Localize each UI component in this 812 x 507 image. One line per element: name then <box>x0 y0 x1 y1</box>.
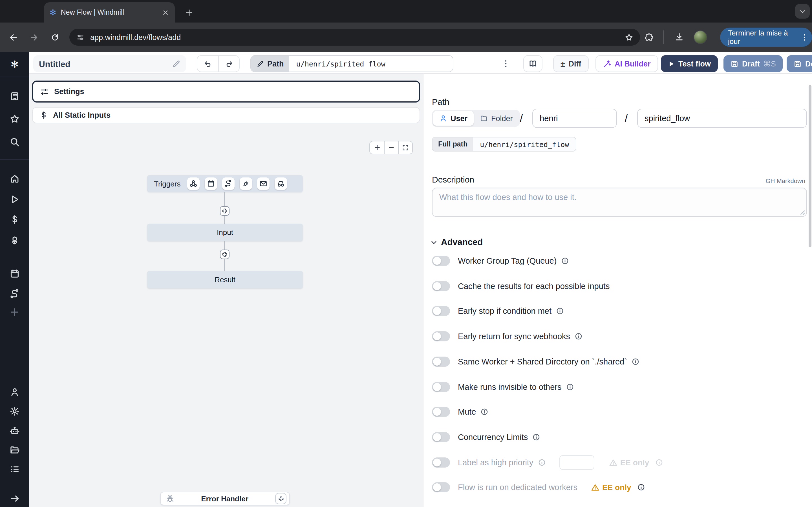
toggle-switch-off[interactable] <box>432 407 450 417</box>
owner-kind-user[interactable]: User <box>433 111 474 126</box>
info-icon[interactable] <box>556 307 564 315</box>
toggle-switch-off[interactable] <box>432 457 450 467</box>
reload-button[interactable] <box>46 29 63 46</box>
extensions-icon[interactable] <box>645 33 654 42</box>
sidebar-item-resources[interactable] <box>0 235 29 246</box>
info-icon[interactable] <box>566 383 574 391</box>
url-bar[interactable]: app.windmill.dev/flows/add <box>69 29 640 46</box>
toggle-switch-off[interactable] <box>432 382 450 392</box>
site-settings-icon[interactable] <box>76 33 85 41</box>
browser-menu-kebab-icon[interactable] <box>800 33 809 41</box>
forward-button[interactable] <box>26 29 42 46</box>
back-button[interactable] <box>4 29 21 46</box>
info-icon[interactable] <box>655 459 663 466</box>
sidebar-item-logs[interactable] <box>0 464 29 475</box>
info-icon[interactable] <box>538 459 546 466</box>
bookmark-star-icon[interactable] <box>625 33 633 41</box>
resize-handle-icon[interactable] <box>800 210 805 215</box>
info-icon[interactable] <box>631 358 640 365</box>
fit-view-button[interactable] <box>398 142 412 154</box>
path-separator: / <box>520 110 523 127</box>
toggle-switch-off[interactable] <box>432 331 450 341</box>
input-node[interactable]: Input <box>147 224 303 241</box>
toggle-switch-off[interactable] <box>432 432 450 442</box>
sidebar-item-ai[interactable] <box>0 425 29 437</box>
sidebar-item-variables[interactable] <box>0 214 29 225</box>
sidebar-item-workspace[interactable] <box>0 91 29 102</box>
info-icon[interactable] <box>532 433 540 441</box>
toggle-switch-off[interactable] <box>432 356 450 367</box>
add-error-handler-button[interactable] <box>275 493 287 504</box>
description-textarea[interactable] <box>432 187 807 217</box>
sidebar-item-folders[interactable] <box>0 445 29 456</box>
tab-search-button[interactable] <box>795 4 810 18</box>
path-owner-input[interactable] <box>532 109 617 128</box>
trigger-poll-button[interactable] <box>274 177 287 190</box>
sidebar-item-favorites[interactable] <box>0 113 29 124</box>
undo-button[interactable] <box>197 56 218 71</box>
sidebar-item-runs[interactable] <box>0 194 29 205</box>
sidebar-item-triggers[interactable] <box>0 288 29 300</box>
path-field-value[interactable]: u/henri/spirited_flow <box>290 56 453 71</box>
flow-name-box[interactable]: Untitled <box>33 55 186 72</box>
advanced-section-header[interactable]: Advanced <box>430 237 483 247</box>
draft-button[interactable]: Draft ⌘S <box>723 55 783 72</box>
sidebar-item-workers[interactable] <box>0 386 29 398</box>
zoom-in-button[interactable] <box>370 142 384 154</box>
add-step-button[interactable] <box>220 206 230 216</box>
profile-avatar[interactable] <box>694 31 707 44</box>
toggle-knob <box>433 459 441 466</box>
sidebar-item-settings[interactable] <box>0 406 29 417</box>
info-icon[interactable] <box>481 408 489 416</box>
new-tab-button[interactable] <box>182 5 196 20</box>
settings-panel-button[interactable]: Settings <box>32 80 420 103</box>
url-text[interactable]: app.windmill.dev/flows/add <box>90 33 619 41</box>
trigger-route-button[interactable] <box>222 177 235 190</box>
path-name-input[interactable] <box>637 109 807 128</box>
pencil-icon <box>257 60 264 67</box>
trigger-websocket-button[interactable] <box>240 177 252 190</box>
browser-tab[interactable]: ✻ New Flow | Windmill <box>44 2 175 22</box>
diff-button[interactable]: ± Diff <box>553 55 589 72</box>
windmill-logo-icon[interactable]: ✻ <box>0 59 29 70</box>
browser-update-button[interactable]: Terminer la mise à jour <box>720 27 812 47</box>
result-node[interactable]: Result <box>147 271 303 288</box>
sidebar-item-home[interactable] <box>0 173 29 184</box>
trigger-email-button[interactable] <box>257 177 269 190</box>
plus-icon <box>373 144 380 151</box>
add-step-button[interactable] <box>220 249 230 259</box>
trigger-schedule-button[interactable] <box>205 177 217 190</box>
toggle-switch-off[interactable] <box>432 281 450 291</box>
toggle-switch-off[interactable] <box>432 256 450 266</box>
toolbar-divider <box>663 31 664 44</box>
deploy-button[interactable]: Deploy <box>786 55 812 72</box>
tab-close-icon[interactable] <box>162 9 169 16</box>
sidebar-item-arrow-right[interactable] <box>0 493 29 504</box>
sidebar-item-search[interactable] <box>0 136 29 148</box>
download-icon[interactable] <box>674 32 684 42</box>
toggle-switch-off[interactable] <box>432 482 450 492</box>
info-icon[interactable] <box>561 257 569 265</box>
redo-button[interactable] <box>218 56 239 71</box>
bug-icon <box>166 494 174 503</box>
zoom-out-button[interactable] <box>384 142 398 154</box>
toggle-switch-off[interactable] <box>432 306 450 316</box>
ai-builder-button[interactable]: AI Builder <box>596 55 658 72</box>
header-path-field[interactable]: Path u/henri/spirited_flow <box>250 55 454 72</box>
error-handler-node[interactable]: Error Handler <box>160 492 290 505</box>
info-icon[interactable] <box>638 483 645 491</box>
triggers-node[interactable]: Triggers <box>147 175 303 192</box>
owner-kind-folder[interactable]: Folder <box>474 111 519 126</box>
scrollbar-thumb[interactable] <box>809 85 811 247</box>
sidebar-item-schedules[interactable] <box>0 268 29 279</box>
static-inputs-panel-button[interactable]: All Static Inputs <box>32 107 420 123</box>
edit-pencil-icon[interactable] <box>172 59 181 68</box>
test-flow-button[interactable]: Test flow <box>661 55 718 72</box>
docs-button[interactable] <box>523 55 543 72</box>
more-options-button[interactable] <box>500 55 511 72</box>
info-icon[interactable] <box>574 332 582 340</box>
settings-sliders-icon <box>40 87 49 96</box>
trigger-webhook-button[interactable] <box>187 177 200 190</box>
priority-value-input[interactable] <box>559 455 594 470</box>
sidebar-item-add[interactable] <box>0 306 29 318</box>
